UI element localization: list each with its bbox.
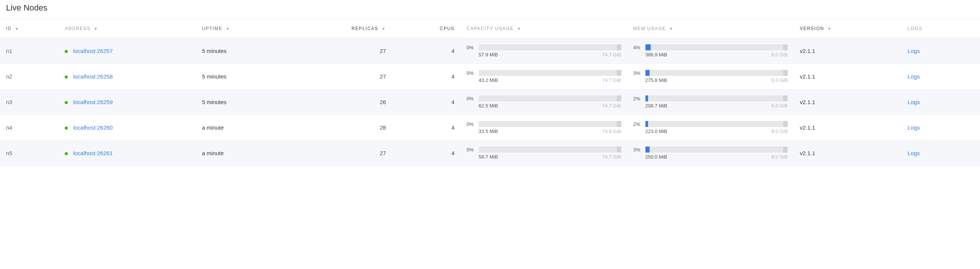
capacity-pct: 0% [467,45,479,51]
mem-bar-fill [646,147,649,152]
mem-bar: 3% 275.8 MiB 8.0 GiB [633,70,788,83]
cell-version: v2.1.1 [794,115,901,141]
table-header-row: ID ▼ ADDRESS ▼ UPTIME ▼ REPLICAS ▼ CPUS … [0,19,980,38]
mem-bar-track [646,147,788,152]
cell-id: n4 [0,115,59,141]
logs-link[interactable]: Logs [908,48,920,54]
cell-logs: Logs [902,38,980,64]
capacity-used: 43.2 MiB [479,78,498,83]
col-header-cpus[interactable]: CPUS [392,19,461,38]
mem-bar-fill [646,70,649,76]
logs-link[interactable]: Logs [908,73,920,80]
cell-address: localhost:26260 [59,115,196,141]
col-header-uptime[interactable]: UPTIME ▼ [196,19,294,38]
mem-bar-track [646,121,788,127]
sort-arrow-icon: ▼ [226,27,230,31]
capacity-pct: 0% [467,121,479,127]
mem-total: 8.0 GiB [772,78,788,83]
sort-arrow-icon: ▼ [669,27,673,31]
col-header-mem-label: MEM USAGE [633,26,666,31]
cell-uptime: 5 minutes [196,89,294,115]
cell-cpus: 4 [392,64,461,89]
address-link[interactable]: localhost:26258 [73,73,113,80]
table-row: n2 localhost:26258 5 minutes 27 4 0% 43.… [0,64,980,89]
cell-id: n2 [0,64,59,89]
capacity-bar-track [479,44,621,51]
cell-cpus: 4 [392,38,461,64]
status-dot-icon [65,101,68,104]
cell-uptime: 5 minutes [196,64,294,89]
mem-bar-fill [646,121,648,127]
page-title: Live Nodes [0,0,980,19]
capacity-total: 74.7 GiB [602,103,621,109]
col-header-replicas-label: REPLICAS [352,26,378,31]
mem-used: 386.9 MiB [646,52,668,57]
mem-used: 250.0 MiB [646,154,668,160]
address-link[interactable]: localhost:26260 [73,124,113,131]
mem-bar: 4% 386.9 MiB 8.0 GiB [633,44,788,57]
capacity-bar: 0% 43.2 MiB 74.7 GiB [467,70,621,83]
cell-mem: 2% 223.0 MiB 8.0 GiB [627,115,794,141]
table-row: n1 localhost:26257 5 minutes 27 4 0% 57.… [0,38,980,64]
cell-replicas: 27 [294,64,392,89]
mem-total: 8.0 GiB [772,103,788,109]
mem-pct: 2% [633,121,646,127]
table-row: n5 localhost:26261 a minute 27 4 0% 58.7… [0,141,980,166]
cell-address: localhost:26258 [59,64,196,89]
cell-capacity: 0% 43.2 MiB 74.7 GiB [461,64,627,89]
mem-total: 8.0 GiB [772,128,788,134]
capacity-pct: 0% [467,147,479,152]
logs-link[interactable]: Logs [908,99,920,105]
mem-bar: 2% 208.7 MiB 8.0 GiB [633,95,788,109]
logs-link[interactable]: Logs [908,150,920,156]
mem-used: 275.8 MiB [646,78,668,83]
status-dot-icon [65,127,68,130]
mem-total: 8.0 GiB [772,154,788,160]
col-header-address-label: ADDRESS [65,26,91,31]
capacity-total: 74.7 GiB [602,78,621,83]
cell-logs: Logs [902,89,980,115]
status-dot-icon [65,76,68,79]
col-header-id[interactable]: ID ▼ [0,19,59,38]
cell-mem: 2% 208.7 MiB 8.0 GiB [627,89,794,115]
address-link[interactable]: localhost:26259 [73,99,113,105]
col-header-address[interactable]: ADDRESS ▼ [59,19,196,38]
cell-replicas: 27 [294,141,392,166]
cell-logs: Logs [902,141,980,166]
capacity-used: 58.7 MiB [479,154,498,160]
cell-capacity: 0% 58.7 MiB 74.7 GiB [461,141,627,166]
col-header-capacity[interactable]: CAPACITY USAGE ▼ [461,19,627,38]
capacity-total: 74.7 GiB [602,52,621,57]
mem-pct: 4% [633,45,646,51]
capacity-bar-track [479,147,621,152]
cell-version: v2.1.1 [794,38,901,64]
col-header-mem[interactable]: MEM USAGE ▼ [627,19,794,38]
col-header-id-label: ID [6,26,12,31]
mem-total: 8.0 GiB [772,52,788,57]
logs-link[interactable]: Logs [908,124,920,131]
cell-replicas: 26 [294,89,392,115]
address-link[interactable]: localhost:26257 [73,48,113,54]
sort-arrow-icon: ▼ [382,27,386,31]
cell-address: localhost:26257 [59,38,196,64]
mem-pct: 3% [633,70,646,76]
cell-logs: Logs [902,64,980,89]
cell-mem: 4% 386.9 MiB 8.0 GiB [627,38,794,64]
col-header-replicas[interactable]: REPLICAS ▼ [294,19,392,38]
cell-id: n3 [0,89,59,115]
capacity-bar: 0% 57.9 MiB 74.7 GiB [467,44,621,57]
mem-bar: 2% 223.0 MiB 8.0 GiB [633,121,788,134]
mem-used: 208.7 MiB [646,103,668,109]
capacity-bar-track [479,121,621,127]
cell-replicas: 28 [294,115,392,141]
cell-version: v2.1.1 [794,141,901,166]
cell-cpus: 4 [392,141,461,166]
capacity-pct: 0% [467,70,479,76]
table-row: n3 localhost:26259 5 minutes 26 4 0% 62.… [0,89,980,115]
mem-pct: 3% [633,147,646,152]
cell-cpus: 4 [392,89,461,115]
address-link[interactable]: localhost:26261 [73,150,113,156]
col-header-version[interactable]: VERSION ▼ [794,19,901,38]
cell-address: localhost:26259 [59,89,196,115]
cell-version: v2.1.1 [794,64,901,89]
